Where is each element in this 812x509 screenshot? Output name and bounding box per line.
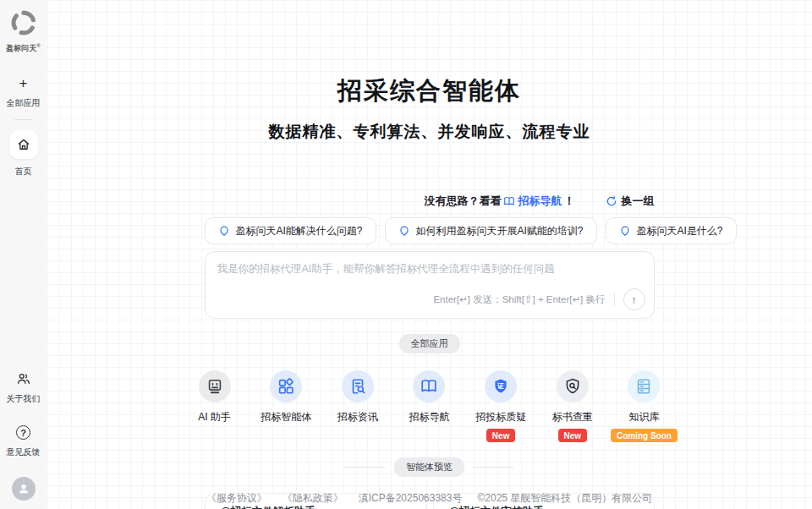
app-badge: New	[486, 429, 516, 442]
suggestion-chip[interactable]: 盈标问天AI是什么?	[606, 217, 737, 244]
home-label: 首页	[15, 166, 32, 178]
all-apps-badge[interactable]: 全部应用	[399, 334, 460, 353]
app-item-bid-navigation[interactable]: 招标导航	[396, 370, 462, 442]
shield-search-icon	[563, 377, 582, 396]
home-button[interactable]	[9, 130, 38, 159]
suggestion-chip[interactable]: 如何利用盈标问天开展AI赋能的培训?	[385, 217, 597, 244]
pin-icon	[619, 225, 631, 237]
app-item-ai-assistant[interactable]: AI 助手	[182, 370, 248, 442]
divider-line	[473, 467, 513, 468]
arrow-up-icon: ↑	[631, 293, 637, 306]
book-icon	[503, 195, 515, 207]
apps-row: AI 助手 招标智能体	[182, 370, 678, 442]
people-icon	[16, 371, 31, 386]
brand-name: 盈标问天®	[6, 43, 40, 54]
chip-label: 如何利用盈标问天开展AI赋能的培训?	[416, 224, 584, 238]
idea-hint-row: 没有思路？看看 招标导航 ！ 换一组	[205, 194, 655, 209]
icp-number: 滇ICP备2025063383号	[359, 491, 463, 506]
footer: 《服务协议》 《隐私政策》 滇ICP备2025063383号 ©2025 星舰智…	[47, 491, 812, 506]
sidebar-item-all-apps[interactable]: + 全部应用	[7, 54, 41, 109]
input-divider	[614, 293, 615, 306]
hint-prefix: 没有思路？看看	[425, 194, 502, 209]
send-button[interactable]: ↑	[623, 288, 645, 310]
avatar-person-icon	[17, 482, 30, 495]
app-item-knowledge-base[interactable]: 知识库 Coming Soon	[611, 370, 677, 442]
all-apps-label: 全部应用	[7, 97, 41, 109]
robot-face-icon	[206, 377, 224, 396]
page-title: 招采综合智能体	[205, 0, 655, 108]
change-batch-label: 换一组	[622, 194, 655, 209]
refresh-icon	[606, 195, 617, 207]
app-label: 招投标质疑	[475, 410, 526, 424]
sidebar: 盈标问天® + 全部应用 首页 关于我们 ? 意见反馈	[0, 0, 47, 509]
app-label: 招标智能体	[261, 410, 311, 424]
chip-label: 盈标问天AI能解决什么问题?	[236, 224, 363, 238]
sidebar-item-about[interactable]: 关于我们	[7, 371, 41, 405]
app-item-bid-challenge[interactable]: 证 招投标质疑 New	[468, 370, 534, 442]
about-label: 关于我们	[7, 393, 41, 405]
main-area: 招采综合智能体 数据精准、专利算法、并发响应、流程专业 没有思路？看看 招标导航…	[47, 0, 812, 509]
copyright-text: ©2025 星舰智能科技（昆明）有限公司	[477, 491, 652, 506]
app-badge: Coming Soon	[611, 429, 678, 442]
pin-icon	[218, 225, 230, 237]
divider-line	[345, 467, 386, 468]
doc-search-icon	[348, 377, 367, 396]
feedback-label: 意见反馈	[7, 446, 41, 458]
page-subtitle: 数据精准、专利算法、并发响应、流程专业	[205, 121, 655, 143]
question-icon: ?	[16, 425, 30, 440]
app-label: 标书查重	[552, 410, 593, 424]
hint-suffix: ！	[564, 194, 575, 209]
app-label: AI 助手	[198, 410, 231, 424]
suggestion-chips: 盈标问天AI能解决什么问题? 如何利用盈标问天开展AI赋能的培训? 盈标问天AI…	[205, 217, 655, 244]
home-icon	[16, 137, 31, 152]
agents-preview-badge[interactable]: 智能体预览	[394, 457, 464, 477]
svg-text:证: 证	[497, 382, 504, 390]
privacy-link[interactable]: 《隐私政策》	[283, 491, 343, 506]
open-book-icon	[420, 377, 438, 396]
app-label: 招标资讯	[337, 410, 378, 424]
user-avatar[interactable]	[12, 477, 36, 501]
chat-input[interactable]	[217, 262, 642, 291]
app-badge: New	[558, 429, 588, 442]
bid-navigation-label: 招标导航	[518, 194, 562, 209]
app-label: 知识库	[628, 410, 659, 424]
app-item-bid-news[interactable]: 招标资讯	[325, 370, 391, 442]
app-blocks-icon	[277, 377, 295, 396]
app-item-bid-agent[interactable]: 招标智能体	[253, 370, 319, 442]
pin-icon	[398, 225, 410, 237]
sidebar-item-feedback[interactable]: ? 意见反馈	[7, 425, 41, 458]
suggestion-chip[interactable]: 盈标问天AI能解决什么问题?	[205, 217, 376, 244]
chip-label: 盈标问天AI是什么?	[637, 224, 723, 238]
plus-icon: +	[19, 76, 28, 90]
knowledge-stack-icon	[634, 377, 653, 396]
app-item-doc-dedupe[interactable]: 标书查重 New	[540, 370, 606, 442]
enter-hint: Enter[↵] 发送；Shift[⇧] + Enter[↵] 换行	[433, 293, 605, 306]
chat-input-box: Enter[↵] 发送；Shift[⇧] + Enter[↵] 换行 ↑	[205, 251, 655, 319]
brand-logo-icon	[8, 7, 40, 39]
app-label: 招标导航	[409, 410, 449, 424]
sidebar-item-home[interactable]: 首页	[9, 120, 38, 178]
change-batch-button[interactable]: 换一组	[606, 194, 655, 209]
terms-link[interactable]: 《服务协议》	[206, 491, 267, 506]
shield-cert-icon: 证	[491, 377, 510, 396]
bid-navigation-link[interactable]: 招标导航	[503, 194, 562, 209]
